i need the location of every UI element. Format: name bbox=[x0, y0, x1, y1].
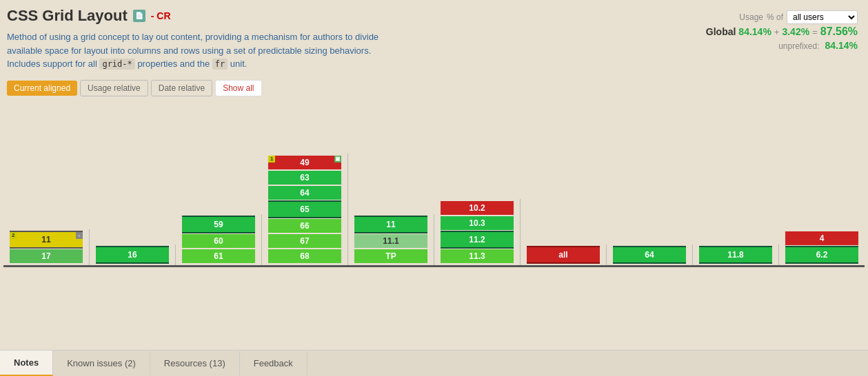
col-edge: 16 bbox=[90, 244, 176, 265]
col-opera: 10.2 10.3 11.2 11.3 bbox=[434, 199, 521, 265]
right-header: Usage % of all users tracked users Globa… bbox=[596, 7, 858, 71]
tab-resources[interactable]: Resources (13) bbox=[150, 351, 240, 375]
unprefixed-label: unprefixed: bbox=[778, 41, 819, 51]
usage-plus: + bbox=[774, 27, 780, 37]
title-row: CSS Grid Layout 📄 - CR bbox=[7, 7, 407, 25]
usage-label-row: Usage % of all users tracked users bbox=[596, 10, 858, 24]
col-opera-mini: 64 bbox=[607, 244, 693, 265]
opera-current: 11.2 bbox=[441, 231, 514, 249]
description: Method of using a grid concept to lay ou… bbox=[7, 30, 407, 71]
left-header: CSS Grid Layout 📄 - CR Method of using a… bbox=[7, 7, 407, 71]
col-safari: 11 11.1 TP bbox=[348, 214, 434, 265]
firefox-v61: 61 bbox=[182, 249, 255, 263]
col-android: 11.8 bbox=[693, 244, 779, 265]
col-ie: 2 11 - 17 bbox=[3, 229, 90, 265]
percent-of-text: % of bbox=[767, 12, 783, 22]
footer-tabs: Notes Known issues (2) Resources (13) Fe… bbox=[0, 350, 868, 376]
cr-badge: - CR bbox=[151, 10, 171, 21]
unprefixed-row: unprefixed: 84.14% bbox=[596, 40, 858, 51]
ie-current: 2 11 - bbox=[10, 231, 83, 249]
opera-v10_3: 10.3 bbox=[441, 216, 514, 230]
usage-global-row: Global 84.14% + 3.42% = 87.56% bbox=[596, 25, 858, 38]
col-firefox: 59 60 61 bbox=[176, 214, 262, 265]
opera-v10_2: 10.2 bbox=[441, 201, 514, 215]
tab-notes[interactable]: Notes bbox=[0, 351, 53, 376]
show-all-btn[interactable]: Show all bbox=[215, 80, 261, 96]
usage-value1: 84.14% bbox=[738, 26, 771, 37]
safari-current: 11 bbox=[354, 216, 427, 233]
versions-wrapper: 2 11 - 17 16 59 60 61 bbox=[3, 102, 865, 267]
usage-value2: 3.42% bbox=[782, 26, 809, 37]
chrome-v67: 67 bbox=[268, 234, 341, 248]
users-select[interactable]: all users tracked users bbox=[787, 10, 858, 24]
chrome-android-current: 6.2 bbox=[785, 246, 858, 264]
col-ios-safari: all bbox=[521, 244, 607, 265]
chrome-android-v4: 4 bbox=[785, 231, 858, 245]
ie-v17: 17 bbox=[10, 249, 83, 263]
tab-known-issues[interactable]: Known issues (2) bbox=[53, 351, 150, 375]
usage-text: Usage bbox=[739, 12, 763, 22]
col-chrome: 1 49 ▣ 63 64 65 66 67 68 bbox=[262, 154, 348, 265]
firefox-v60: 60 bbox=[182, 234, 255, 248]
safari-v11_1: 11.1 bbox=[354, 234, 427, 248]
global-label: Global bbox=[706, 26, 736, 37]
unprefixed-value: 84.14% bbox=[825, 40, 858, 51]
usage-relative-btn[interactable]: Usage relative bbox=[80, 80, 148, 96]
chrome-v68: 68 bbox=[268, 249, 341, 263]
controls-row: Current aligned Usage relative Date rela… bbox=[0, 74, 868, 102]
current-aligned-btn[interactable]: Current aligned bbox=[7, 81, 77, 96]
safari-tp: TP bbox=[354, 249, 427, 263]
page-title: CSS Grid Layout bbox=[7, 7, 128, 25]
tab-feedback[interactable]: Feedback bbox=[240, 351, 307, 375]
firefox-current: 59 bbox=[182, 216, 255, 233]
opera-v11_3: 11.3 bbox=[441, 249, 514, 263]
spec-icon: 📄 bbox=[133, 10, 145, 22]
android-current: 11.8 bbox=[699, 246, 772, 264]
chrome-current: 65 bbox=[268, 200, 341, 218]
grid-area: 2 11 - 17 16 59 60 61 bbox=[0, 102, 868, 267]
chrome-v49: 1 49 ▣ bbox=[268, 156, 341, 169]
ios-safari-current: all bbox=[527, 246, 600, 264]
usage-total: 87.56% bbox=[820, 25, 858, 38]
edge-current: 16 bbox=[96, 246, 169, 264]
usage-equals: = bbox=[812, 27, 818, 37]
chrome-v64: 64 bbox=[268, 186, 341, 200]
opera-mini-current: 64 bbox=[613, 246, 686, 264]
chrome-v63: 63 bbox=[268, 171, 341, 185]
chrome-v66: 66 bbox=[268, 219, 341, 233]
date-relative-btn[interactable]: Date relative bbox=[151, 80, 212, 96]
header-area: CSS Grid Layout 📄 - CR Method of using a… bbox=[0, 0, 868, 74]
col-chrome-android: 4 6.2 bbox=[779, 229, 865, 265]
main-wrapper: CSS Grid Layout 📄 - CR Method of using a… bbox=[0, 0, 868, 376]
